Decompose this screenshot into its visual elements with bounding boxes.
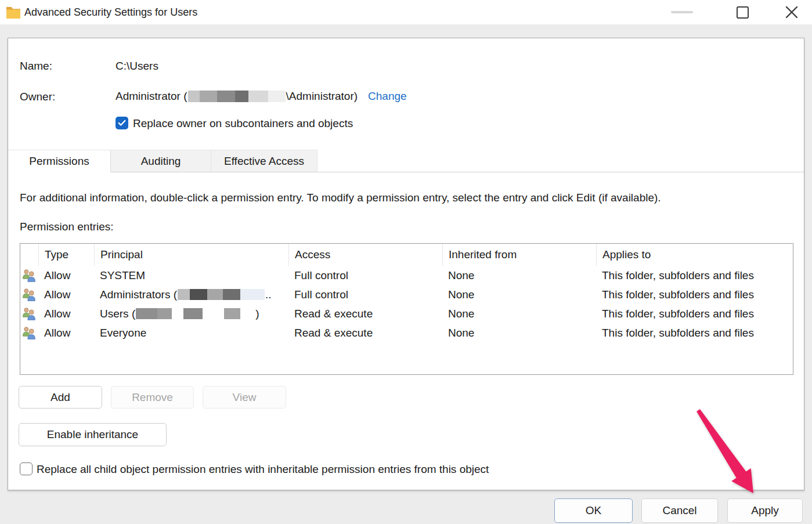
maximize-icon — [737, 6, 749, 19]
enable-inheritance-button[interactable]: Enable inheritance — [19, 423, 167, 446]
tab-effective-access[interactable]: Effective Access — [211, 150, 317, 172]
checkmark-icon — [118, 120, 126, 127]
owner-label: Owner: — [20, 91, 55, 103]
cell-access: Read & execute — [288, 327, 442, 339]
tab-auditing[interactable]: Auditing — [111, 150, 211, 172]
cell-applies-to: This folder, subfolders and files — [596, 269, 793, 282]
replace-child-checkbox[interactable] — [20, 462, 33, 475]
titlebar: Advanced Security Settings for Users — [0, 0, 812, 24]
cell-type: Allow — [38, 308, 94, 320]
column-header-inherited-from[interactable]: Inherited from — [442, 244, 596, 266]
permission-entries-label: Permission entries: — [20, 221, 114, 233]
cell-access: Full control — [288, 269, 442, 282]
redacted-text — [136, 308, 255, 319]
ok-button[interactable]: OK — [554, 498, 633, 523]
tab-strip: Permissions Auditing Effective Access — [8, 150, 804, 172]
cell-type: Allow — [38, 327, 94, 339]
cell-principal: SYSTEM — [94, 269, 288, 282]
maximize-button[interactable] — [733, 3, 752, 21]
window-title: Advanced Security Settings for Users — [24, 0, 197, 24]
redacted-text — [178, 289, 265, 300]
name-label: Name: — [20, 60, 52, 73]
table-header: Type Principal Access Inherited from App… — [20, 244, 793, 266]
icon-column-header — [20, 244, 38, 266]
column-header-principal[interactable]: Principal — [94, 244, 288, 266]
advanced-security-settings-window: Advanced Security Settings for Users Nam… — [0, 0, 812, 524]
owner-value: Administrator ( \Administrator) Change — [116, 90, 407, 103]
column-header-type[interactable]: Type — [38, 244, 94, 266]
table-row[interactable]: Allow Administrators (.. Full control No… — [20, 285, 793, 304]
close-icon — [784, 5, 799, 20]
users-group-icon — [21, 269, 37, 282]
cell-applies-to: This folder, subfolders and files — [596, 288, 793, 301]
remove-button[interactable]: Remove — [111, 386, 194, 409]
replace-child-label: Replace all child object permission entr… — [37, 463, 489, 476]
cell-access: Full control — [288, 288, 442, 301]
cell-inherited-from: None — [442, 288, 596, 301]
close-button[interactable] — [782, 3, 802, 21]
cell-principal: Everyone — [94, 327, 288, 339]
info-text: For additional information, double-click… — [20, 191, 796, 205]
users-group-icon — [21, 326, 37, 339]
change-owner-link[interactable]: Change — [368, 90, 407, 103]
apply-button[interactable]: Apply — [727, 498, 803, 523]
replace-owner-checkbox[interactable] — [116, 117, 128, 129]
cell-inherited-from: None — [442, 308, 596, 320]
redacted-text — [188, 91, 286, 102]
name-value: C:\Users — [116, 60, 158, 73]
table-row[interactable]: Allow Everyone Read & execute None This … — [20, 323, 793, 342]
cell-type: Allow — [38, 288, 94, 301]
cell-type: Allow — [38, 269, 94, 282]
column-header-access[interactable]: Access — [288, 244, 442, 266]
cancel-button[interactable]: Cancel — [641, 498, 718, 523]
column-header-applies-to[interactable]: Applies to — [596, 244, 793, 266]
cell-principal: Administrators (.. — [94, 288, 288, 301]
cell-inherited-from: None — [442, 269, 596, 282]
cell-principal: Users () — [94, 308, 288, 320]
users-group-icon — [21, 307, 37, 320]
minimize-button[interactable] — [666, 5, 698, 20]
cell-applies-to: This folder, subfolders and files — [596, 327, 793, 339]
permission-entries-table: Type Principal Access Inherited from App… — [20, 243, 793, 375]
cell-inherited-from: None — [442, 327, 596, 339]
replace-owner-label: Replace owner on subcontainers and objec… — [133, 117, 353, 130]
security-settings-panel: Name: C:\Users Owner: Administrator ( \A… — [8, 38, 804, 490]
folder-icon — [6, 5, 21, 19]
add-button[interactable]: Add — [19, 386, 102, 409]
cell-access: Read & execute — [288, 308, 442, 320]
table-row[interactable]: Allow Users () Read & execute None This … — [20, 304, 793, 323]
users-group-icon — [21, 288, 37, 301]
table-row[interactable]: Allow SYSTEM Full control None This fold… — [20, 266, 793, 285]
cell-applies-to: This folder, subfolders and files — [596, 308, 793, 320]
minimize-icon — [671, 11, 693, 13]
tab-permissions[interactable]: Permissions — [8, 150, 111, 172]
view-button[interactable]: View — [203, 386, 286, 409]
